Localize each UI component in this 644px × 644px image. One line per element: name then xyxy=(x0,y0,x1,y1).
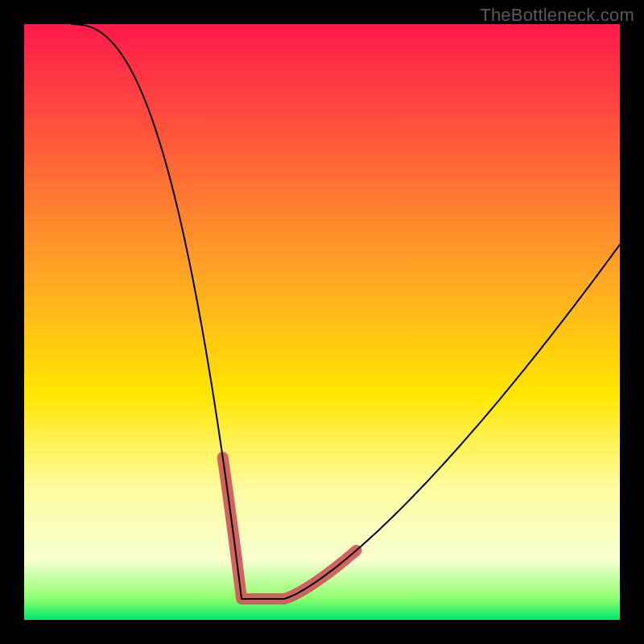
chart-frame: TheBottleneck.com xyxy=(0,0,644,644)
gradient-background xyxy=(24,24,620,620)
bottleneck-curve-chart xyxy=(24,24,620,620)
plot-area xyxy=(24,24,620,620)
watermark-text: TheBottleneck.com xyxy=(480,5,634,26)
